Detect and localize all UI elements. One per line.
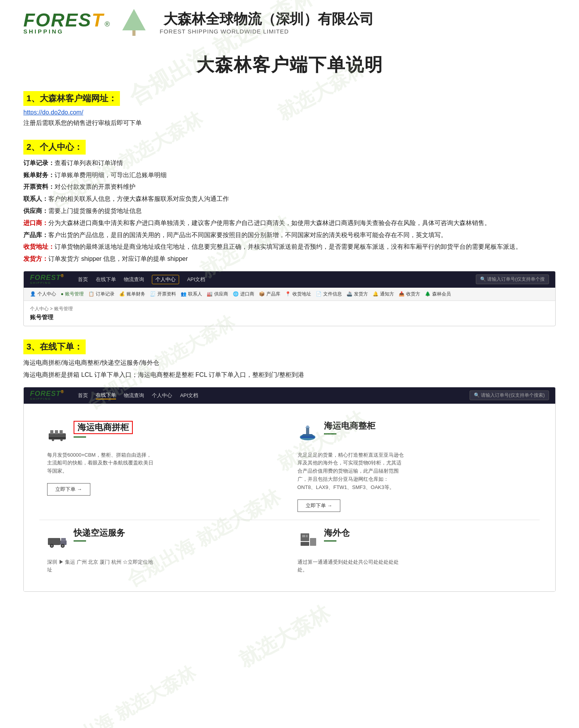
receipt-icon: 🧾 <box>150 291 156 297</box>
mini-nav-api[interactable]: API文档 <box>187 276 205 283</box>
s2-item4-text: 客户的相关联系人信息，方便大森林客服联系对应负责人沟通工作 <box>48 195 229 202</box>
sub-nav-billing[interactable]: 💰 账单财务 <box>119 291 145 297</box>
svg-rect-7 <box>52 439 54 441</box>
box-icon: 📦 <box>259 291 265 297</box>
svg-rect-10 <box>306 428 309 434</box>
sub-nav-notify-label: 通知方 <box>380 291 394 297</box>
mini-nav-2-order[interactable]: 在线下单 <box>96 392 116 399</box>
dot-icon: ● <box>61 291 63 297</box>
main-content: 1、大森林客户端网址： https://do.do2do.com/ 注册后需联系… <box>0 84 579 614</box>
svg-rect-12 <box>48 538 60 545</box>
svg-rect-6 <box>49 437 66 439</box>
mini-search-icon: 🔍 <box>480 276 486 282</box>
mini-nav-2-home[interactable]: 首页 <box>78 392 88 399</box>
sub-nav-products[interactable]: 📦 产品库 <box>259 291 280 297</box>
mini-search-2[interactable]: 🔍 请输入订单号(仅支持单个搜索) <box>470 390 549 400</box>
sub-nav-contacts-label: 联系人 <box>188 291 202 297</box>
mini-nav-2-logistics[interactable]: 物流查询 <box>124 392 144 399</box>
svg-rect-5 <box>60 430 63 434</box>
s2-item8-text: 订单货物的最终派送地址是商业地址或住宅地址，信息要完整且正确，并核实填写派送前是… <box>55 243 522 250</box>
sub-nav-consignee-label: 收货方 <box>406 291 420 297</box>
s2-item6: 进口商：分为大森林进口商集中清关和客户进口商单独清关，建议客户使用客户自己进口商… <box>23 218 556 229</box>
sub-nav-orders-label: 订单记录 <box>96 291 114 297</box>
svg-rect-22 <box>302 535 305 537</box>
mini-breadcrumb: 个人中心 > 账号管理 <box>30 306 549 312</box>
logo-forest-text: FOREST <box>23 11 104 30</box>
lcl-icon <box>47 422 67 447</box>
mini-browser-personal-center: FOREST® SHIPPING 首页 在线下单 物流查询 个人中心 API文档… <box>23 271 556 326</box>
tree-graphic <box>118 7 150 38</box>
mini-section-title: 账号管理 <box>30 314 549 321</box>
tree-icon: 🌲 <box>425 291 431 297</box>
mini-nav-personal[interactable]: 个人中心 <box>152 275 179 284</box>
s2-item2-label: 账单财务： <box>23 172 55 178</box>
section-1-heading: 1、大森林客户端网址： <box>23 91 120 106</box>
sub-nav-orders[interactable]: 📋 订单记录 <box>88 291 114 297</box>
person-icon: 👤 <box>30 291 36 297</box>
section-1-link[interactable]: https://do.do2do.com/ <box>23 109 556 116</box>
lcl-order-button[interactable]: 立即下单 → <box>47 483 90 496</box>
svg-rect-20 <box>301 542 309 546</box>
sub-nav-files[interactable]: 📄 文件信息 <box>316 291 342 297</box>
sub-nav-notify[interactable]: 🔔 通知方 <box>373 291 394 297</box>
fcl-desc: 充足足足的货量，精心打造整柜直送至亚马逊仓库及其他的海外仓，可实现货物0转柜，尤… <box>297 451 407 492</box>
s2-item5-text: 需要上门提货服务的提货地址信息 <box>48 207 142 214</box>
list-icon: 📋 <box>88 291 94 297</box>
mini-logo-2-shipping: SHIPPING <box>30 397 51 401</box>
sub-nav-invoice[interactable]: 🧾 开票资料 <box>150 291 176 297</box>
air-underline <box>74 540 86 542</box>
money-icon: 💰 <box>119 291 125 297</box>
company-names: 大森林全球物流（深圳）有限公司 FOREST SHIPPING WORLDWID… <box>160 11 374 35</box>
s2-item8: 收货地址：订单货物的最终派送地址是商业地址或住宅地址，信息要完整且正确，并核实填… <box>23 241 556 253</box>
s2-item3-label: 开票资料： <box>23 183 55 190</box>
lcl-title: 海运电商拼柜 <box>74 421 133 434</box>
mini-nav-logistics[interactable]: 物流查询 <box>124 276 144 283</box>
mini-nav-2-api[interactable]: API文档 <box>180 392 198 399</box>
service-card-fcl: 海运电商整柜 充足足足的货量，精心打造整柜直送至亚马逊仓库及其他的海外仓，可实现… <box>290 413 540 520</box>
s2-item3: 开票资料：对公付款发票的开票资料维护 <box>23 181 556 193</box>
service-card-lcl: 海运电商拼柜 每月发货60000+CBM，整柜、拼箱自由选择，主流船司的快船，着… <box>39 413 290 520</box>
svg-point-18 <box>62 545 64 547</box>
mini-nav-1: FOREST® SHIPPING 首页 在线下单 物流查询 个人中心 API文档… <box>24 271 555 288</box>
s2-item9-label: 发货方： <box>23 255 48 262</box>
mini-logo-2: FOREST® SHIPPING <box>30 390 64 401</box>
service-cards-grid: 海运电商拼柜 每月发货60000+CBM，整柜、拼箱自由选择，主流船司的快船，着… <box>24 404 555 592</box>
mini-logo: FOREST® SHIPPING <box>30 274 64 285</box>
mini-sub-nav: 👤 个人中心 ● 账号管理 📋 订单记录 💰 账单财务 🧾 开票资料 👥 <box>24 288 555 301</box>
file-icon: 📄 <box>316 291 322 297</box>
sub-nav-billing-label: 账单财务 <box>127 291 145 297</box>
sub-nav-importer[interactable]: 🌐 进口商 <box>233 291 254 297</box>
page-title-section: 大森林客户端下单说明 <box>0 42 579 84</box>
lcl-title-area: 海运电商拼柜 <box>74 421 133 438</box>
mini-logo-forest: FOREST® <box>30 274 64 281</box>
sub-nav-shipper[interactable]: 🚢 发货方 <box>347 291 368 297</box>
ship-icon: 🚢 <box>347 291 352 297</box>
mini-nav-order[interactable]: 在线下单 <box>96 276 116 283</box>
svg-rect-1 <box>132 30 136 36</box>
svg-marker-0 <box>122 9 146 30</box>
service-card-air-header: 快递空运服务 <box>47 528 280 554</box>
section-3-text2: 海运电商拼柜是拼箱 LCL 订单下单入口；海运电商整柜是整柜 FCL 订单下单入… <box>23 369 556 381</box>
sub-nav-personal[interactable]: 👤 个人中心 <box>30 291 56 297</box>
s2-item6-label: 进口商： <box>23 220 48 226</box>
s2-item7-text: 客户出货的产品信息，是目的国清关用的，同产品出不同国家要按照目的国分别新增，不同… <box>48 232 447 238</box>
mini-search[interactable]: 🔍 请输入订单号(仅支持单个搜 <box>476 274 549 284</box>
mini-nav-2-personal[interactable]: 个人中心 <box>152 392 172 399</box>
globe-icon: 🌐 <box>233 291 239 297</box>
sub-nav-contacts[interactable]: 👥 联系人 <box>181 291 202 297</box>
svg-rect-21 <box>310 538 316 546</box>
sub-nav-account[interactable]: ● 账号管理 <box>61 291 84 297</box>
sub-nav-files-label: 文件信息 <box>323 291 342 297</box>
air-desc: 深圳 ▶ 集运 广州 北京 厦门 杭州 ☆立即定位地址 <box>47 558 156 575</box>
svg-point-16 <box>51 545 53 547</box>
page-title: 大森林客户端下单说明 <box>0 53 579 77</box>
section-1-text1: 注册后需联系您的销售进行审核后即可下单 <box>23 118 556 129</box>
fcl-order-button[interactable]: 立即下单 → <box>297 499 341 512</box>
sub-nav-address[interactable]: 📍 收货地址 <box>285 291 311 297</box>
sub-nav-member[interactable]: 🌲 森林会员 <box>425 291 451 297</box>
section-2-heading: 2、个人中心： <box>23 140 86 155</box>
sub-nav-supplier[interactable]: 🏭 供应商 <box>207 291 228 297</box>
s2-item3-text: 对公付款发票的开票资料维护 <box>55 183 136 190</box>
mini-nav-home[interactable]: 首页 <box>78 276 88 283</box>
sub-nav-consignee[interactable]: 📥 收货方 <box>399 291 420 297</box>
